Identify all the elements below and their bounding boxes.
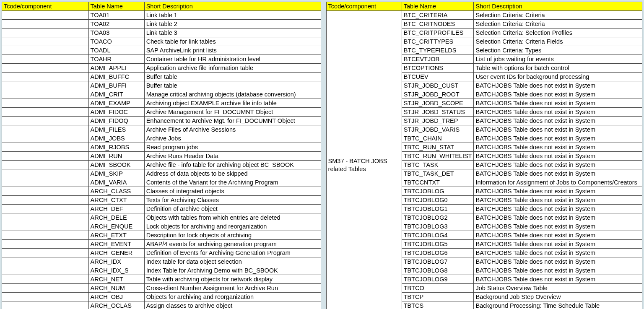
table-name-cell: ADMI_FILES (88, 125, 144, 134)
table-row: SM37 - BATCH JOBS related TablesBTC_CRIT… (326, 11, 642, 20)
description-cell: BATCHJOBS Table does not exist in System (474, 222, 642, 231)
description-cell: Table with options for batch control (474, 64, 642, 73)
table-row: ARCH_DELEObjects with tables from which … (2, 213, 321, 222)
table-row: ADMI_CRITManage critical archiving objec… (2, 90, 321, 99)
table-name-cell: TBTCJOBLOG4 (402, 231, 474, 240)
table-row: ADMI_RUNArchive Runs Header Data (2, 152, 321, 161)
table-name-cell: STJR_JOBD_SCOPE (402, 99, 474, 108)
description-cell: BATCHJOBS Table does not exist in System (474, 81, 642, 90)
table-name-cell: ARCH_IDX_S (88, 266, 144, 275)
component-cell (2, 169, 89, 178)
table-name-cell: BTCEVTJOB (402, 55, 474, 64)
table-name-cell: ARCH_DELE (88, 213, 144, 222)
table-name-cell: TBTCO (402, 284, 474, 293)
component-cell (2, 46, 89, 55)
table-name-cell: STJR_JOBD_TREP (402, 117, 474, 125)
component-cell (2, 73, 89, 81)
header-name: Table Name (402, 2, 474, 11)
description-cell: BATCHJOBS Table does not exist in System (474, 143, 642, 152)
table-name-cell: ADMI_CRIT (88, 90, 144, 99)
table-name-cell: ADMI_APPLI (88, 64, 144, 73)
component-cell (2, 249, 89, 257)
table-name-cell: TBTCCNTXT (402, 178, 474, 187)
component-cell (2, 29, 89, 37)
table-row: ADMI_RJOBSRead program jobs (2, 143, 321, 152)
description-cell: Selection Criteria: Selection Profiles (474, 29, 642, 37)
description-cell: Contents of the Variant for the Archivin… (144, 178, 321, 187)
description-cell: Description for lock objects of archivin… (144, 231, 321, 240)
table-row: ADMI_BUFFIBuffer table (2, 81, 321, 90)
header-desc: Short Description (474, 2, 642, 11)
table-name-cell: ARCH_GENER (88, 249, 144, 257)
description-cell: Selection Criteria: Criteria (474, 20, 642, 29)
description-cell: Selection Criteria: Criteria (474, 11, 642, 20)
table-row: ARCH_DEFDefinition of archive object (2, 205, 321, 213)
description-cell: Link table 1 (144, 11, 321, 20)
description-cell: Link table 2 (144, 20, 321, 29)
table-name-cell: TBTC_CHAIN (402, 134, 474, 143)
table-name-cell: ADMI_FIDOQ (88, 117, 144, 125)
table-name-cell: ARCH_EVENT (88, 240, 144, 249)
description-cell: Check table for link tables (144, 37, 321, 46)
table-name-cell: ADMI_RUN (88, 152, 144, 161)
table-name-cell: TBTCJOBLOG6 (402, 249, 474, 257)
component-cell (2, 99, 89, 108)
table-row: ARCH_OCLASAssign classes to archive obje… (2, 301, 321, 309)
table-name-cell: TBTCP (402, 293, 474, 301)
component-cell (2, 134, 89, 143)
table-name-cell: ARCH_CTXT (88, 196, 144, 205)
description-cell: BATCHJOBS Table does not exist in System (474, 231, 642, 240)
table-name-cell: STJR_JOBD_CUST (402, 81, 474, 90)
table-name-cell: ARCH_NUM (88, 284, 144, 293)
table-name-cell: TBTCJOBLOG (402, 187, 474, 196)
table-name-cell: STJR_JOBD_ROOT (402, 90, 474, 99)
description-cell: Archiving object EXAMPLE archive file in… (144, 99, 321, 108)
table-name-cell: TOAHR (88, 55, 144, 64)
component-cell (2, 161, 89, 169)
description-cell: Information for Assignment of Jobs to Co… (474, 178, 642, 187)
description-cell: List of jobs waiting for events (474, 55, 642, 64)
description-cell: BATCHJOBS Table does not exist in System (474, 240, 642, 249)
component-cell (2, 108, 89, 117)
description-cell: Link table 3 (144, 29, 321, 37)
table-row: ADMI_SKIPAddress of data objects to be s… (2, 169, 321, 178)
component-cell (2, 231, 89, 240)
header-comp: Tcode/component (326, 2, 402, 11)
table-row: ARCH_ENQUELock objects for archiving and… (2, 222, 321, 231)
table-name-cell: TBTCJOBLOG8 (402, 266, 474, 275)
table-row: ARCH_ETXTDescription for lock objects of… (2, 231, 321, 240)
table-name-cell: TOA01 (88, 11, 144, 20)
table-name-cell: BTC_TYPEFIELDS (402, 46, 474, 55)
table-name-cell: TBTCJOBLOG7 (402, 257, 474, 266)
table-name-cell: TBTCJOBLOG1 (402, 205, 474, 213)
description-cell: Classes of integrated objects (144, 187, 321, 196)
description-cell: BATCHJOBS Table does not exist in System (474, 275, 642, 284)
table-row: ARCH_IDX_SIndex Table for Archiving Demo… (2, 266, 321, 275)
description-cell: Archive Jobs (144, 134, 321, 143)
table-row: ARCH_NUMCross-client Number Assignment f… (2, 284, 321, 293)
table-name-cell: TBTCJOBLOG3 (402, 222, 474, 231)
component-cell (2, 275, 89, 284)
table-name-cell: TOA02 (88, 20, 144, 29)
table-name-cell: TBTCS (402, 301, 474, 309)
right-table: Tcode/component Table Name Short Descrip… (326, 2, 642, 309)
component-cell (2, 257, 89, 266)
table-name-cell: ARCH_OCLAS (88, 301, 144, 309)
description-cell: BATCHJOBS Table does not exist in System (474, 90, 642, 99)
component-cell (2, 117, 89, 125)
header-desc: Short Description (144, 2, 321, 11)
table-name-cell: ADMI_SKIP (88, 169, 144, 178)
description-cell: Texts for Archiving Classes (144, 196, 321, 205)
description-cell: BATCHJOBS Table does not exist in System (474, 134, 642, 143)
description-cell: Archive Management for FI_DOCUMNT Object (144, 108, 321, 117)
table-name-cell: TBTC_RUN_WHITELIST (402, 152, 474, 161)
component-cell (2, 90, 89, 99)
description-cell: Cross-client Number Assignment for Archi… (144, 284, 321, 293)
table-row: ARCH_CTXTTexts for Archiving Classes (2, 196, 321, 205)
description-cell: Buffer table (144, 73, 321, 81)
table-row: ADMI_FIDOQEnhancement to Archive Mgt. fo… (2, 117, 321, 125)
description-cell: BATCHJOBS Table does not exist in System (474, 266, 642, 275)
component-cell: SM37 - BATCH JOBS related Tables (326, 11, 402, 309)
table-name-cell: ADMI_FIDOC (88, 108, 144, 117)
description-cell: BATCHJOBS Table does not exist in System (474, 249, 642, 257)
